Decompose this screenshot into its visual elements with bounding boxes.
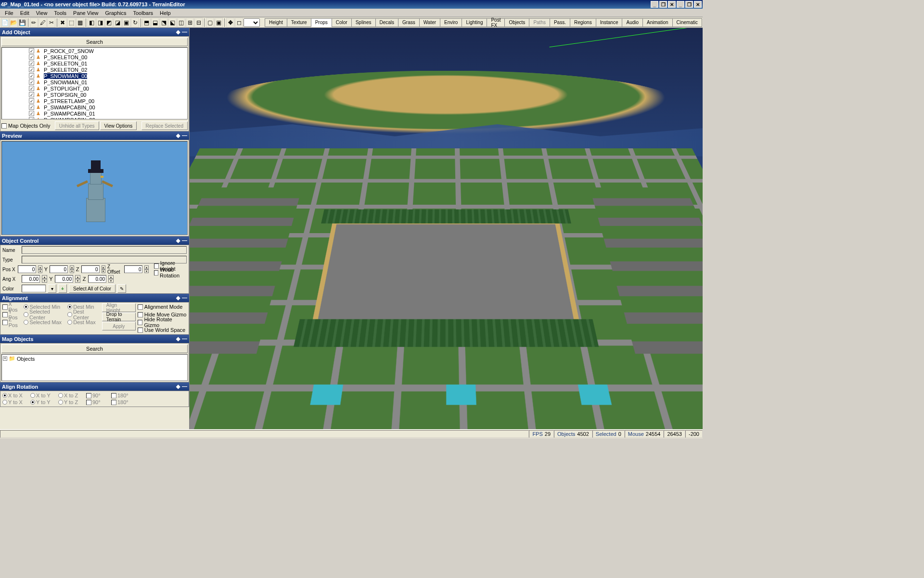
angx-input[interactable]	[22, 275, 40, 283]
drop-terrain-button[interactable]: Drop to Terrain	[102, 313, 136, 321]
checkbox-icon[interactable]: ✓	[29, 54, 34, 60]
dropdown-1[interactable]	[244, 18, 260, 27]
apply-button[interactable]: Apply	[102, 322, 136, 330]
panel-opts-icon[interactable]: ◆	[176, 295, 180, 301]
zpos-radio[interactable]: Z Pos	[2, 319, 22, 326]
select-all-color-button[interactable]: Select All of Color	[69, 284, 116, 293]
tree-item[interactable]: ✓♟P_SNOWMAN_00	[2, 73, 187, 79]
save-icon[interactable]: 💾	[18, 18, 26, 27]
tree-item[interactable]: ✓♟P_SWAMPCABIN_02	[2, 117, 187, 119]
minimize-button-2[interactable]: _	[677, 1, 684, 8]
close-button-1[interactable]: ✕	[668, 1, 676, 8]
checkbox-icon[interactable]: ✓	[29, 61, 34, 66]
hide-rotate-checkbox[interactable]: Hide Rotate Gizmo	[138, 319, 187, 326]
replace-selected-button[interactable]: Replace Selected	[141, 121, 188, 130]
world-space-checkbox[interactable]: Use World Space	[138, 327, 187, 333]
tool5-icon[interactable]: ⬚	[67, 18, 76, 27]
align-height-button[interactable]: Align Height	[102, 303, 136, 312]
panel-collapse-icon[interactable]: —	[182, 237, 187, 244]
tb-icon-l[interactable]: ⊞	[186, 18, 194, 27]
spinner[interactable]: ▴▾	[38, 265, 42, 273]
restore-button[interactable]: ❐	[659, 1, 667, 8]
tree-item[interactable]: ✓♟P_SWAMPCABIN_00	[2, 104, 187, 110]
align-rot-option[interactable]: Y to Y	[30, 399, 54, 406]
tb-icon-a[interactable]: ◧	[88, 18, 96, 27]
posy-input[interactable]	[50, 265, 68, 273]
tb-icon-g[interactable]: ⬒	[142, 18, 151, 27]
panel-opts-icon[interactable]: ◆	[176, 29, 180, 35]
tree-item[interactable]: ✓♟P_SKELETON_01	[2, 60, 187, 66]
tree-item[interactable]: ✓♟P_ROCK_07_SNOW	[2, 48, 187, 54]
tree-item[interactable]: ✓♟P_STOPLIGHT_00	[2, 85, 187, 92]
tab-postfx[interactable]: Post FX	[487, 18, 505, 27]
tree-item[interactable]: ✓♟P_SWAMPCABIN_01	[2, 110, 187, 117]
tab-props[interactable]: Props	[311, 18, 332, 27]
align-rot-option[interactable]: 90°	[86, 392, 107, 399]
tb-icon-m[interactable]: ⊟	[194, 18, 203, 27]
tab-animation[interactable]: Animation	[642, 18, 672, 27]
checkbox-icon[interactable]: ✓	[29, 105, 34, 110]
tb-icon-e[interactable]: ▣	[122, 18, 130, 27]
map-objects-only-checkbox[interactable]: Map Objects Only	[1, 121, 50, 130]
menu-pane-view[interactable]: Pane View	[70, 10, 101, 16]
tree-item[interactable]: ✓♟P_STOPSIGN_00	[2, 92, 187, 98]
restore-button-2[interactable]: ❐	[685, 1, 693, 8]
tab-audio[interactable]: Audio	[622, 18, 643, 27]
tab-objects[interactable]: Objects	[504, 18, 529, 27]
tb-icon-b[interactable]: ◨	[96, 18, 104, 27]
checkbox-icon[interactable]: ✓	[29, 73, 34, 79]
panel-collapse-icon[interactable]: —	[182, 29, 187, 35]
selcenter-radio[interactable]: Selected Center	[24, 311, 65, 318]
color-tool-button[interactable]: ✎	[117, 284, 126, 293]
objects-folder[interactable]: + 📁 Objects	[3, 355, 186, 362]
align-rot-option[interactable]: Y to Z	[58, 399, 82, 406]
menu-view[interactable]: View	[33, 10, 51, 16]
tb-icon-h[interactable]: ⬓	[151, 18, 159, 27]
tb-icon-f[interactable]: ↻	[131, 18, 139, 27]
tb-icon-k[interactable]: ◫	[177, 18, 185, 27]
name-input[interactable]	[22, 246, 187, 254]
tb-icon-o[interactable]: ▣	[215, 18, 223, 27]
posz-input[interactable]	[81, 265, 100, 273]
angz-input[interactable]	[88, 275, 106, 283]
tree-item[interactable]: ✓♟P_SNOWMAN_01	[2, 79, 187, 85]
add-color-button[interactable]: +	[58, 284, 67, 293]
grid-icon[interactable]: ▦	[76, 18, 84, 27]
tb-icon-d[interactable]: ◪	[114, 18, 122, 27]
checkbox-icon[interactable]: ✓	[29, 111, 34, 116]
checkbox-icon[interactable]: ✓	[29, 86, 34, 91]
panel-opts-icon[interactable]: ◆	[176, 383, 180, 390]
tb-icon-p[interactable]: ◻	[235, 18, 243, 27]
align-rot-option[interactable]: Y to X	[2, 399, 26, 406]
align-rot-option[interactable]: X to Z	[58, 392, 82, 399]
align-rot-option[interactable]: 90°	[86, 399, 107, 406]
checkbox-icon[interactable]: ✓	[29, 79, 34, 85]
align-rot-option[interactable]: X to Y	[30, 392, 54, 399]
tab-paths[interactable]: Paths	[529, 18, 550, 27]
tb-icon-j[interactable]: ⬕	[168, 18, 177, 27]
posx-input[interactable]	[18, 265, 36, 273]
checkbox-icon[interactable]: ✓	[29, 117, 34, 119]
menu-toolbars[interactable]: Toolbars	[130, 10, 156, 16]
map-search-button[interactable]: Search	[1, 344, 188, 353]
destmax-radio[interactable]: Dest Max	[67, 319, 100, 326]
tab-color[interactable]: Color	[332, 18, 352, 27]
menu-file[interactable]: File	[2, 10, 16, 16]
tab-pass[interactable]: Pass.	[550, 18, 570, 27]
preview-viewport[interactable]	[1, 141, 188, 235]
destcenter-radio[interactable]: Dest Center	[67, 311, 100, 318]
checkbox-icon[interactable]: ✓	[29, 48, 34, 53]
align-rot-option[interactable]: 180°	[111, 392, 132, 399]
tb-icon-n[interactable]: ▢	[206, 18, 214, 27]
menu-help[interactable]: Help	[157, 10, 174, 16]
menu-edit[interactable]: Edit	[17, 10, 32, 16]
panel-opts-icon[interactable]: ◆	[176, 132, 180, 139]
color-dropdown-button[interactable]: ▾	[48, 284, 56, 293]
panel-collapse-icon[interactable]: —	[182, 132, 187, 139]
unhide-button[interactable]: Unhide all Types	[55, 121, 99, 130]
close-button-2[interactable]: ✕	[694, 1, 702, 8]
view-options-button[interactable]: View Options	[100, 121, 137, 130]
tab-grass[interactable]: Grass	[398, 18, 420, 27]
tab-cinematic[interactable]: Cinematic	[672, 18, 702, 27]
panel-collapse-icon[interactable]: —	[182, 295, 187, 301]
